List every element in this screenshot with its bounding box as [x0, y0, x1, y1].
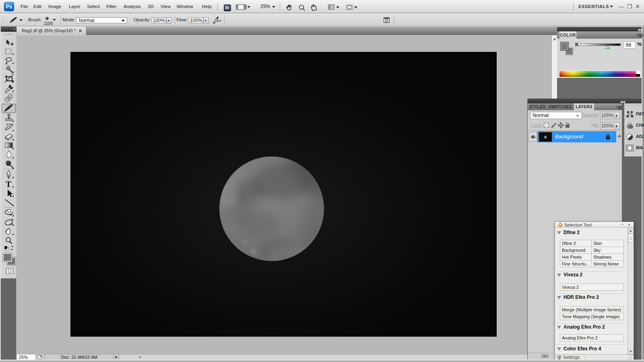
- svg-text:T: T: [6, 179, 11, 189]
